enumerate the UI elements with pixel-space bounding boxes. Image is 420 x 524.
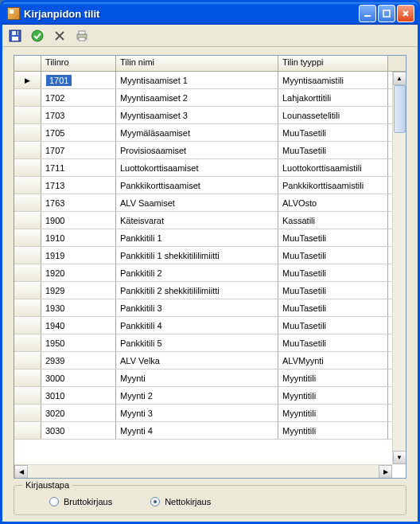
cell[interactable]: Myynti 2 xyxy=(116,387,278,404)
table-row[interactable]: 1707ProvisiosaamisetMuuTasetili xyxy=(14,142,406,159)
radio-option[interactable]: Nettokirjaus xyxy=(150,497,211,506)
cell[interactable]: Pankkitili 1 xyxy=(116,229,278,246)
table-row[interactable]: 1950Pankkitili 5MuuTasetili xyxy=(14,334,406,352)
cell[interactable]: Myyntisaamistili xyxy=(278,72,388,88)
cell[interactable]: 1940 xyxy=(41,317,116,334)
cell[interactable]: Kassatili xyxy=(278,212,388,229)
cell[interactable]: Myyntisaamiset 1 xyxy=(116,72,278,88)
title-bar[interactable]: Kirjanpidon tilit xyxy=(2,2,418,25)
cell[interactable]: 1910 xyxy=(41,229,116,246)
data-grid[interactable]: Tilinro Tilin nimi Tilin tyyppi ▶1701Myy… xyxy=(14,55,406,479)
table-row[interactable]: 3030Myynti 4Myyntitili xyxy=(14,422,406,440)
cell[interactable]: Pankkitili 5 xyxy=(116,334,278,351)
cell[interactable]: 1701 xyxy=(41,72,116,88)
radio-icon[interactable] xyxy=(150,497,160,506)
table-row[interactable]: 1940Pankkitili 4MuuTasetili xyxy=(14,317,406,334)
table-row[interactable]: 1930Pankkitili 3MuuTasetili xyxy=(14,299,406,317)
cell[interactable]: Käteisvarat xyxy=(116,212,278,229)
cell[interactable]: ALVOsto xyxy=(278,194,388,211)
selected-cell[interactable]: 1701 xyxy=(46,75,72,86)
cell[interactable]: Myyntitili xyxy=(278,387,388,404)
scroll-left-icon[interactable]: ◀ xyxy=(14,465,28,479)
cell[interactable]: ALV Velka xyxy=(116,352,278,369)
cell[interactable]: 1703 xyxy=(41,107,116,123)
scroll-up-icon[interactable]: ▲ xyxy=(393,72,406,85)
cell[interactable]: Myyntitili xyxy=(278,370,388,386)
cell[interactable]: 3020 xyxy=(41,405,116,421)
table-row[interactable]: 3010Myynti 2Myyntitili xyxy=(14,387,406,405)
cell[interactable]: Lounassetelitili xyxy=(278,107,388,123)
cell[interactable]: Pankkitili 2 shekkitililimiitti xyxy=(116,282,278,299)
cell[interactable]: 1929 xyxy=(41,282,116,299)
column-header-tilin-nimi[interactable]: Tilin nimi xyxy=(116,56,278,71)
table-row[interactable]: 3000MyyntiMyyntitili xyxy=(14,370,406,387)
column-header-tilin-tyyppi[interactable]: Tilin tyyppi xyxy=(278,56,388,71)
minimize-button[interactable] xyxy=(359,5,376,22)
table-row[interactable]: 1702Myyntisaamiset 2Lahjakorttitili xyxy=(14,89,406,107)
cell[interactable]: 1930 xyxy=(41,299,116,316)
cell[interactable]: 1763 xyxy=(41,194,116,211)
radio-option[interactable]: Bruttokirjaus xyxy=(49,497,112,506)
cell[interactable]: 3000 xyxy=(41,370,116,386)
cell[interactable]: Pankkikorttisaamistili xyxy=(278,177,388,194)
table-row[interactable]: 1919Pankkitili 1 shekkitililimiittiMuuTa… xyxy=(14,247,406,264)
cell[interactable]: MuuTasetili xyxy=(278,334,388,351)
cell[interactable]: 3010 xyxy=(41,387,116,404)
cell[interactable]: Myynti 3 xyxy=(116,405,278,421)
cell[interactable]: 1900 xyxy=(41,212,116,229)
cell[interactable]: MuuTasetili xyxy=(278,317,388,334)
cell[interactable]: MuuTasetili xyxy=(278,124,388,141)
cell[interactable]: Pankkitili 2 xyxy=(116,264,278,281)
cell[interactable]: ALV Saamiset xyxy=(116,194,278,211)
table-row[interactable]: 3020Myynti 3Myyntitili xyxy=(14,405,406,422)
cell[interactable]: Myymäläsaamiset xyxy=(116,124,278,141)
scroll-down-icon[interactable]: ▼ xyxy=(393,451,406,464)
column-header-tilinro[interactable]: Tilinro xyxy=(41,56,116,71)
cell[interactable]: Luottokorttisaamistili xyxy=(278,159,388,176)
cell[interactable]: Myyntisaamiset 2 xyxy=(116,89,278,106)
cell[interactable]: MuuTasetili xyxy=(278,247,388,264)
cell[interactable]: 2939 xyxy=(41,352,116,369)
cell[interactable]: Myynti 4 xyxy=(116,422,278,439)
cell[interactable]: Pankkitili 3 xyxy=(116,299,278,316)
cell[interactable]: Myyntitili xyxy=(278,405,388,421)
cell[interactable]: MuuTasetili xyxy=(278,142,388,158)
cell[interactable]: Pankkitili 4 xyxy=(116,317,278,334)
cell[interactable]: Myyntitili xyxy=(278,422,388,439)
scroll-thumb[interactable] xyxy=(394,85,406,133)
cell[interactable]: 1702 xyxy=(41,89,116,106)
print-icon[interactable] xyxy=(74,28,90,44)
table-row[interactable]: 1705MyymäläsaamisetMuuTasetili xyxy=(14,124,406,142)
table-row[interactable]: 1713PankkikorttisaamisetPankkikorttisaam… xyxy=(14,177,406,194)
cell[interactable]: MuuTasetili xyxy=(278,229,388,246)
cell[interactable]: MuuTasetili xyxy=(278,299,388,316)
scroll-right-icon[interactable]: ▶ xyxy=(379,465,392,479)
close-button[interactable] xyxy=(397,5,414,22)
table-row[interactable]: 1703Myyntisaamiset 3Lounassetelitili xyxy=(14,107,406,124)
delete-icon[interactable] xyxy=(52,28,68,44)
cell[interactable]: 1707 xyxy=(41,142,116,158)
cell[interactable]: Luottokorttisaamiset xyxy=(116,159,278,176)
cell[interactable]: MuuTasetili xyxy=(278,282,388,299)
table-row[interactable]: 1929Pankkitili 2 shekkitililimiittiMuuTa… xyxy=(14,282,406,299)
cell[interactable]: 1920 xyxy=(41,264,116,281)
table-row[interactable]: 1711LuottokorttisaamisetLuottokorttisaam… xyxy=(14,159,406,177)
ok-icon[interactable] xyxy=(29,28,45,44)
cell[interactable]: ALVMyynti xyxy=(278,352,388,369)
table-row[interactable]: 1920Pankkitili 2MuuTasetili xyxy=(14,264,406,282)
cell[interactable]: Pankkitili 1 shekkitililimiitti xyxy=(116,247,278,264)
cell[interactable]: 1705 xyxy=(41,124,116,141)
cell[interactable]: 3030 xyxy=(41,422,116,439)
cell[interactable]: 1713 xyxy=(41,177,116,194)
table-row[interactable]: ▶1701Myyntisaamiset 1Myyntisaamistili xyxy=(14,72,406,89)
cell[interactable]: 1919 xyxy=(41,247,116,264)
cell[interactable]: Pankkikorttisaamiset xyxy=(116,177,278,194)
table-row[interactable]: 2939ALV VelkaALVMyynti xyxy=(14,352,406,370)
vertical-scrollbar[interactable]: ▲ ▼ xyxy=(392,72,406,464)
radio-icon[interactable] xyxy=(49,497,59,506)
cell[interactable]: Myynti xyxy=(116,370,278,386)
cell[interactable]: Lahjakorttitili xyxy=(278,89,388,106)
horizontal-scrollbar[interactable]: ◀ ▶ xyxy=(14,464,392,478)
cell[interactable]: 1711 xyxy=(41,159,116,176)
save-icon[interactable] xyxy=(7,28,23,44)
